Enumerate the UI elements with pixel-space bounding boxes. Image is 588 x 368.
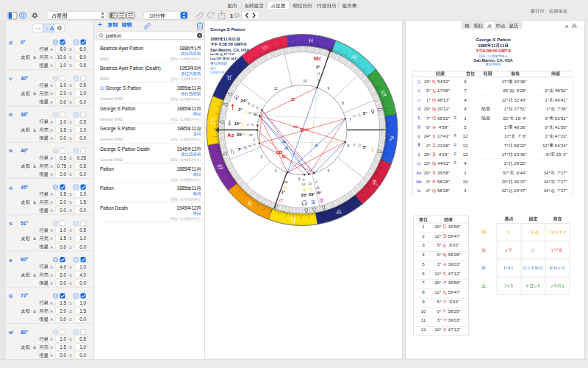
- svg-text:A: A: [50, 273, 53, 277]
- svg-text:6: 6: [464, 79, 467, 84]
- svg-text:34°: 34°: [544, 179, 551, 184]
- svg-text:/: /: [177, 217, 180, 221]
- svg-text:S: S: [69, 164, 72, 169]
- svg-text:0.0: 0.0: [79, 171, 86, 177]
- svg-text:10: 10: [463, 179, 468, 184]
- svg-text:WW2: WW2: [100, 77, 109, 81]
- svg-text:Ic: Ic: [417, 188, 421, 193]
- svg-text:1.0: 1.0: [79, 236, 86, 241]
- svg-text:1.0: 1.0: [79, 191, 86, 197]
- svg-text:5: 5: [464, 124, 467, 130]
- svg-text:San Marino, CA, USA: San Marino, CA, USA: [473, 58, 512, 63]
- svg-text:12: 12: [191, 146, 197, 152]
- svg-text:A: A: [572, 22, 576, 29]
- svg-text:55'52": 55'52": [437, 116, 450, 121]
- svg-text:2.0: 2.0: [60, 91, 66, 96]
- svg-text:53'51": 53'51": [553, 116, 567, 121]
- svg-text:S: S: [69, 265, 72, 269]
- svg-text:11: 11: [191, 166, 196, 171]
- svg-text:0.0: 0.0: [79, 208, 86, 213]
- svg-text:2°: 2°: [426, 143, 431, 148]
- svg-text:A: A: [50, 47, 53, 52]
- svg-text:R: R: [303, 178, 305, 182]
- svg-text:1/: 1/: [100, 85, 104, 91]
- svg-text:15°: 15°: [234, 121, 241, 126]
- svg-text:/: /: [177, 138, 180, 141]
- svg-text:12°: 12°: [434, 233, 442, 238]
- svg-text:/: /: [177, 98, 180, 102]
- svg-text:4.0: 4.0: [79, 272, 86, 277]
- svg-text:S: S: [69, 47, 72, 52]
- svg-text:0°: 0°: [316, 65, 320, 69]
- svg-text:S: S: [69, 301, 72, 305]
- svg-text:1.5: 1.5: [60, 300, 66, 305]
- svg-text:/: /: [177, 178, 180, 182]
- svg-text:24°: 24°: [424, 133, 431, 138]
- svg-text:1945: 1945: [176, 205, 187, 210]
- svg-text:A: A: [50, 136, 53, 141]
- svg-text:A: A: [50, 120, 53, 124]
- svg-text:11: 11: [191, 106, 196, 111]
- svg-text:1°: 1°: [282, 190, 286, 194]
- svg-text:55': 55': [248, 144, 253, 148]
- svg-text:2: 2: [12, 330, 13, 333]
- svg-text:56'47": 56'47": [448, 233, 461, 238]
- svg-text:11: 11: [223, 37, 228, 41]
- svg-text:43'36": 43'36": [513, 79, 527, 84]
- svg-text:As: As: [227, 132, 234, 138]
- svg-text:41'50": 41'50": [553, 124, 567, 130]
- svg-text:A: A: [50, 63, 53, 68]
- svg-text:2.0: 2.0: [60, 308, 66, 314]
- svg-text:0.5: 0.5: [79, 119, 86, 124]
- svg-text:George S Patton: George S Patton: [476, 38, 511, 42]
- svg-text:1.0: 1.0: [60, 119, 66, 124]
- svg-text:0.5: 0.5: [79, 163, 86, 169]
- svg-text:11: 11: [191, 85, 196, 91]
- svg-text:&: &: [30, 309, 40, 314]
- svg-text:06' 24.4": 06' 24.4": [226, 57, 238, 60]
- svg-text:4'33": 4'33": [437, 152, 448, 157]
- svg-text:&: &: [30, 200, 40, 205]
- svg-text:1.5: 1.5: [79, 199, 86, 205]
- svg-text:A: A: [50, 281, 53, 286]
- svg-text:4': 4': [247, 123, 249, 127]
- svg-text:Beatrice Ayer Patton (Death): Beatrice Ayer Patton (Death): [100, 66, 161, 71]
- svg-text:0.5: 0.5: [79, 82, 86, 88]
- svg-text:9'33": 9'33": [448, 242, 459, 247]
- svg-text:Mc: Mc: [416, 180, 422, 184]
- svg-text:20'12": 20'12": [437, 106, 450, 111]
- svg-text:7°: 7°: [504, 143, 509, 148]
- svg-text:0.0: 0.0: [79, 280, 86, 286]
- svg-text:General WW2: General WW2: [100, 96, 123, 101]
- svg-text:7: 7: [349, 118, 351, 122]
- svg-text:1.5: 1.5: [79, 308, 86, 314]
- svg-text:1885: 1885: [478, 43, 487, 48]
- svg-text:R: R: [254, 143, 256, 146]
- svg-text:1.0: 1.0: [79, 264, 86, 269]
- svg-text:23°: 23°: [301, 193, 307, 197]
- svg-text:A: A: [50, 164, 53, 169]
- svg-text:0.0: 0.0: [60, 135, 66, 141]
- svg-text:1°: 1°: [426, 97, 431, 102]
- svg-text:0.0: 0.0: [60, 99, 66, 105]
- svg-text:1.5: 1.5: [60, 236, 66, 241]
- svg-text:40°: 40°: [21, 148, 29, 153]
- svg-text:46'37": 46'37": [513, 179, 527, 184]
- svg-text:48': 48': [284, 180, 289, 184]
- svg-text:4: 4: [464, 106, 467, 111]
- svg-text:1.0: 1.0: [79, 127, 86, 132]
- svg-text:39'58": 39'58": [437, 170, 450, 175]
- svg-text:1.0: 1.0: [60, 82, 66, 88]
- svg-text:♂: ♂: [46, 26, 49, 31]
- svg-text:S: S: [69, 136, 72, 141]
- svg-text:R: R: [254, 113, 256, 116]
- svg-text:WW2: WW2: [100, 57, 109, 61]
- svg-text:George S Patton Death: George S Patton Death: [100, 146, 150, 152]
- svg-text:5°: 5°: [437, 242, 442, 247]
- svg-text:1: 1: [464, 116, 467, 121]
- svg-text:20°: 20°: [434, 280, 442, 285]
- svg-text:48'52": 48'52": [553, 88, 567, 93]
- svg-text:17': 17': [251, 104, 256, 107]
- svg-text:22°: 22°: [503, 116, 510, 121]
- svg-text:47'22": 47'22": [553, 133, 567, 138]
